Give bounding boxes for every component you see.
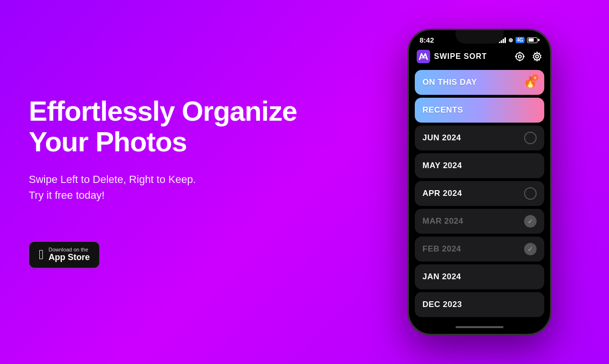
recents-label: RECENTS <box>422 105 463 115</box>
mar-2024-label: MAR 2024 <box>422 216 463 226</box>
wifi-icon: ⊛ <box>508 37 513 44</box>
settings-icon[interactable] <box>532 51 542 62</box>
headline: Effortlessly Organize Your Photos <box>29 96 379 157</box>
phone-screen: 8:42 ⊛ 4G <box>409 30 550 334</box>
subtext-line2: Try it free today! <box>29 189 105 201</box>
on-this-day-right: 🔥 0 <box>524 76 537 89</box>
svg-point-2 <box>518 55 521 58</box>
app-header: SWIPE SORT <box>409 46 550 68</box>
list-item-jun-2024[interactable]: JUN 2024 <box>415 125 544 150</box>
home-indicator <box>409 320 550 334</box>
subtext-line1: Swipe Left to Delete, Right to Keep. <box>29 173 196 185</box>
app-title-row: SWIPE SORT <box>417 50 487 63</box>
list-item-dec-2023[interactable]: DEC 2023 <box>415 292 544 317</box>
apple-icon:  <box>39 248 44 262</box>
status-time: 8:42 <box>420 36 434 44</box>
feb-2024-label: FEB 2024 <box>422 244 461 254</box>
app-store-button[interactable]:  Download on the App Store <box>29 241 100 268</box>
signal-icon <box>499 37 506 43</box>
list-item-apr-2024[interactable]: APR 2024 <box>415 181 544 206</box>
fire-icon-container: 🔥 0 <box>524 76 537 89</box>
app-store-btn-text: Download on the App Store <box>48 247 90 263</box>
subtext: Swipe Left to Delete, Right to Keep. Try… <box>29 171 379 203</box>
circle-indicator-apr <box>524 187 537 200</box>
circle-check-mar: ✓ <box>524 215 537 228</box>
header-icons <box>515 51 542 62</box>
left-section: Effortlessly Organize Your Photos Swipe … <box>0 57 408 306</box>
svg-point-1 <box>516 53 524 60</box>
headline-line2: Your Photos <box>29 126 187 157</box>
cta-big-label: App Store <box>48 252 90 263</box>
list-item-mar-2024[interactable]: MAR 2024 ✓ <box>415 209 544 234</box>
on-this-day-label: ON THIS DAY <box>422 78 477 87</box>
list-item-on-this-day[interactable]: ON THIS DAY 🔥 0 <box>415 70 544 95</box>
circle-indicator-jun <box>524 132 537 144</box>
dec-2023-label: DEC 2023 <box>422 300 462 309</box>
battery-icon <box>527 37 539 43</box>
circle-check-feb: ✓ <box>524 243 537 255</box>
jan-2024-label: JAN 2024 <box>422 272 461 282</box>
app-title: SWIPE SORT <box>434 52 487 61</box>
svg-point-7 <box>536 55 539 58</box>
list-item-recents[interactable]: RECENTS <box>415 98 544 123</box>
status-icons: ⊛ 4G <box>499 37 539 44</box>
fire-badge: 0 <box>532 74 539 81</box>
home-bar <box>456 326 504 328</box>
headline-line1: Effortlessly Organize <box>29 95 297 126</box>
status-bar: 8:42 ⊛ 4G <box>409 30 550 46</box>
list-item-may-2024[interactable]: MAY 2024 <box>415 153 544 178</box>
phone-frame: 8:42 ⊛ 4G <box>408 29 551 335</box>
may-2024-label: MAY 2024 <box>422 161 462 171</box>
app-logo-icon <box>417 50 430 63</box>
app-content: ON THIS DAY 🔥 0 RECENTS JUN 2024 <box>409 68 550 320</box>
list-item-feb-2024[interactable]: FEB 2024 ✓ <box>415 237 544 262</box>
list-item-jan-2024[interactable]: JAN 2024 <box>415 264 544 289</box>
lte-badge: 4G <box>515 37 525 43</box>
target-icon[interactable] <box>515 51 525 62</box>
cta-small-label: Download on the <box>48 247 90 252</box>
jun-2024-label: JUN 2024 <box>422 133 461 143</box>
apr-2024-label: APR 2024 <box>422 189 462 198</box>
phone-mockup-container: 8:42 ⊛ 4G <box>408 29 571 335</box>
